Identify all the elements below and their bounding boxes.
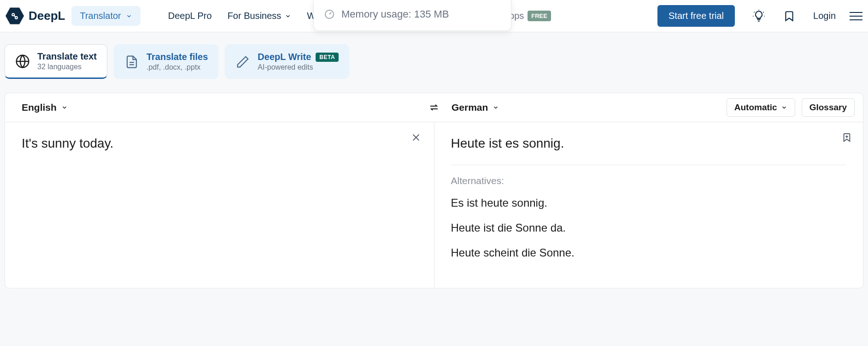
memory-overlay: Memory usage: 135 MB [313, 0, 511, 31]
chevron-down-icon [61, 104, 68, 111]
bookmark-add-icon [842, 132, 852, 143]
logo[interactable]: DeepL [6, 7, 65, 25]
bookmark-icon [783, 10, 795, 22]
target-language-label: German [452, 102, 488, 113]
alternative-item[interactable]: Heute ist die Sonne da. [451, 221, 847, 234]
glossary-button[interactable]: Glossary [802, 98, 855, 117]
source-language-label: English [22, 102, 57, 113]
save-translation-button[interactable] [842, 132, 852, 143]
appearance-button[interactable] [752, 10, 765, 23]
login-link[interactable]: Login [813, 11, 836, 21]
tab-translate-files[interactable]: Translate files .pdf, .docx, .pptx [114, 44, 218, 79]
target-language-selector[interactable]: German [452, 102, 499, 113]
source-pane[interactable]: It's sunny today. [5, 122, 434, 288]
tab-title: DeepL Write [258, 52, 311, 62]
source-text[interactable]: It's sunny today. [22, 136, 417, 151]
beta-badge: BETA [316, 53, 339, 62]
swap-icon [428, 102, 440, 113]
swap-languages-button[interactable] [428, 102, 440, 113]
chevron-down-icon [126, 13, 132, 19]
alternative-item[interactable]: Heute scheint die Sonne. [451, 246, 847, 259]
nav-pro[interactable]: DeepL Pro [168, 11, 212, 21]
memory-text: Memory usage: 135 MB [341, 8, 449, 20]
source-language-selector[interactable]: English [22, 102, 433, 113]
product-switcher-label: Translator [80, 11, 121, 21]
formality-selector[interactable]: Automatic [727, 98, 795, 117]
brand-name: DeepL [29, 9, 65, 23]
chevron-down-icon [781, 104, 787, 111]
tab-translate-text[interactable]: Translate text 32 languages [5, 44, 107, 79]
chevron-down-icon [285, 13, 291, 19]
tab-deepl-write[interactable]: DeepL Write BETA AI-powered edits [225, 44, 349, 79]
target-text[interactable]: Heute ist es sonnig. [451, 136, 847, 151]
pencil-icon [235, 54, 250, 69]
free-badge: FREE [528, 11, 551, 21]
menu-button[interactable] [850, 9, 862, 23]
saved-button[interactable] [783, 10, 796, 23]
tab-subtitle: AI-powered edits [258, 63, 339, 72]
target-pane: Heute ist es sonnig. Alternatives: Es is… [434, 122, 863, 288]
start-free-trial-button[interactable]: Start free trial [657, 5, 735, 27]
chevron-down-icon [493, 104, 499, 111]
tab-title: Translate files [147, 52, 208, 62]
lightbulb-icon [752, 10, 765, 23]
product-switcher[interactable]: Translator [71, 6, 140, 26]
clear-source-button[interactable] [411, 132, 421, 143]
alternatives-label: Alternatives: [451, 175, 847, 186]
logo-icon [6, 7, 24, 25]
close-icon [411, 132, 421, 143]
gauge-icon [324, 9, 335, 20]
tab-subtitle: .pdf, .docx, .pptx [147, 63, 208, 72]
svg-line-4 [763, 12, 763, 12]
svg-line-3 [754, 12, 755, 12]
tab-subtitle: 32 languages [37, 63, 97, 71]
document-icon [124, 54, 139, 69]
alternative-item[interactable]: Es ist heute sonnig. [451, 197, 847, 209]
tab-title: Translate text [37, 51, 97, 62]
globe-icon [15, 54, 30, 69]
nav-business[interactable]: For Business [228, 11, 292, 21]
